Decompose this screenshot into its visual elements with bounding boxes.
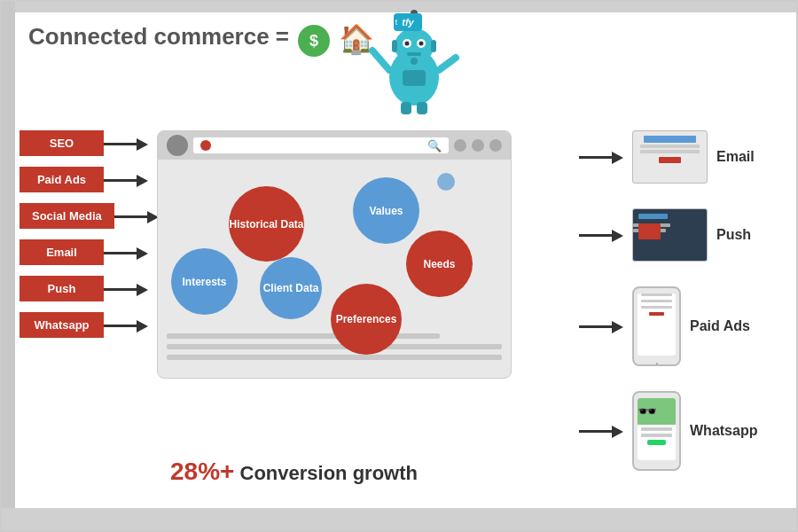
header: Connected commerce = $ 🏠: [28, 20, 374, 53]
social-media-button[interactable]: Social Media: [20, 203, 114, 229]
conversion-percent: 28%+: [170, 458, 234, 485]
browser-bar: 🔍: [158, 131, 511, 160]
paid-ads-cta: [649, 312, 664, 316]
content-line-3: [167, 333, 440, 339]
preferences-bubble: Preferences: [331, 284, 402, 355]
paid-ads-device: ∧: [632, 286, 681, 366]
right-channel-whatsapp: 🕶️ Whatsapp: [579, 391, 778, 471]
whatsapp-device: 🕶️: [632, 391, 681, 471]
historical-data-bubble: Historical Data: [229, 186, 304, 262]
channel-item-whatsapp: Whatsapp: [20, 312, 159, 338]
right-channels: Email Push ∧: [579, 130, 778, 471]
bottom-bar: [2, 508, 796, 530]
browser-ctrl-2: [472, 139, 484, 152]
paid-ads-line-2: [641, 300, 671, 302]
interests-bubble: Interests: [171, 248, 238, 315]
whatsapp-product-img: 🕶️: [638, 398, 676, 425]
svg-point-5: [419, 42, 424, 46]
browser-controls: [454, 139, 502, 152]
seo-arrow: [104, 137, 148, 151]
browser-search-icon: 🔍: [427, 139, 442, 153]
paid-ads-button[interactable]: Paid Ads: [20, 167, 104, 192]
svg-line-12: [439, 58, 456, 70]
right-arrow-whatsapp: [579, 424, 623, 438]
browser-url-bar: 🔍: [193, 137, 449, 153]
push-label: Push: [716, 227, 778, 243]
client-data-bubble: Client Data: [260, 257, 322, 319]
values-bubble: Values: [353, 177, 419, 244]
whatsapp-label: Whatsapp: [690, 423, 757, 439]
right-arrow-email: [579, 150, 623, 164]
left-bar: [2, 2, 15, 530]
main-container: Connected commerce = $ 🏠: [0, 0, 798, 532]
push-arrow: [104, 282, 148, 296]
whatsapp-text-1: [641, 427, 671, 431]
svg-rect-14: [417, 102, 427, 114]
right-channel-email: Email: [579, 130, 778, 184]
email-arrow: [104, 246, 148, 260]
email-device: [632, 130, 708, 184]
paid-ads-line-3: [641, 306, 671, 309]
paid-ads-label: Paid Ads: [690, 318, 752, 334]
seo-button[interactable]: SEO: [20, 130, 104, 156]
conversion-text: 28%+ Conversion growth: [170, 458, 418, 486]
paid-ads-line-1: [641, 293, 671, 296]
money-icon: $: [298, 25, 330, 57]
email-line-2: [640, 150, 699, 153]
right-channel-paid-ads: ∧ Paid Ads: [579, 286, 778, 366]
left-channels: SEO Paid Ads Social Media Email Push Wha…: [20, 130, 159, 338]
social-media-arrow: [114, 209, 159, 223]
email-header: [644, 136, 695, 143]
whatsapp-arrow: [104, 318, 148, 332]
svg-rect-9: [392, 40, 397, 52]
channel-item-paid-ads: Paid Ads: [20, 167, 159, 192]
paid-ads-arrow: [104, 173, 148, 187]
small-blue-bubble: [437, 173, 455, 191]
right-channel-push: Push: [579, 208, 778, 262]
paid-ads-scroll: ∧: [634, 361, 679, 366]
channel-item-push: Push: [20, 276, 159, 301]
browser-ctrl-1: [454, 139, 466, 152]
robot-area: tfy t: [356, 6, 481, 121]
browser-dot: [200, 140, 211, 151]
push-img: [638, 223, 661, 239]
email-label: Email: [716, 149, 778, 165]
svg-rect-10: [431, 40, 436, 52]
svg-rect-15: [403, 70, 426, 86]
svg-line-11: [372, 51, 389, 70]
channel-item-seo: SEO: [20, 130, 159, 156]
email-cta: [659, 157, 681, 163]
svg-rect-6: [407, 52, 421, 56]
whatsapp-text-2: [641, 434, 671, 437]
push-header: [638, 214, 668, 219]
channel-item-email: Email: [20, 239, 159, 265]
push-button[interactable]: Push: [20, 276, 104, 301]
needs-bubble: Needs: [406, 231, 473, 297]
whatsapp-button[interactable]: Whatsapp: [20, 312, 104, 338]
browser-content: Historical Data Values Interests Client …: [158, 160, 511, 378]
content-line-2: [167, 344, 502, 349]
content-line-1: [167, 355, 502, 360]
push-device: [632, 208, 708, 262]
robot-svg: tfy t: [356, 6, 472, 117]
conversion-label: Conversion growth: [240, 462, 418, 484]
page-title: Connected commerce =: [28, 23, 289, 51]
right-arrow-push: [579, 228, 623, 242]
right-arrow-paid-ads: [579, 319, 623, 333]
svg-point-4: [405, 42, 410, 46]
svg-point-16: [411, 58, 418, 65]
browser-ctrl-3: [489, 139, 502, 152]
svg-text:tfy: tfy: [402, 17, 414, 27]
browser-mockup: 🔍 Historical Data Values Interests Clien…: [157, 130, 512, 379]
whatsapp-screen: 🕶️: [638, 398, 676, 460]
glasses-icon: 🕶️: [638, 403, 657, 420]
email-button[interactable]: Email: [20, 239, 104, 265]
browser-avatar: [167, 135, 188, 156]
email-line-1: [640, 145, 699, 148]
channel-item-social-media: Social Media: [20, 203, 159, 229]
whatsapp-cta-btn: [647, 440, 667, 445]
svg-rect-13: [401, 102, 411, 114]
paid-ads-screen: [638, 293, 676, 356]
